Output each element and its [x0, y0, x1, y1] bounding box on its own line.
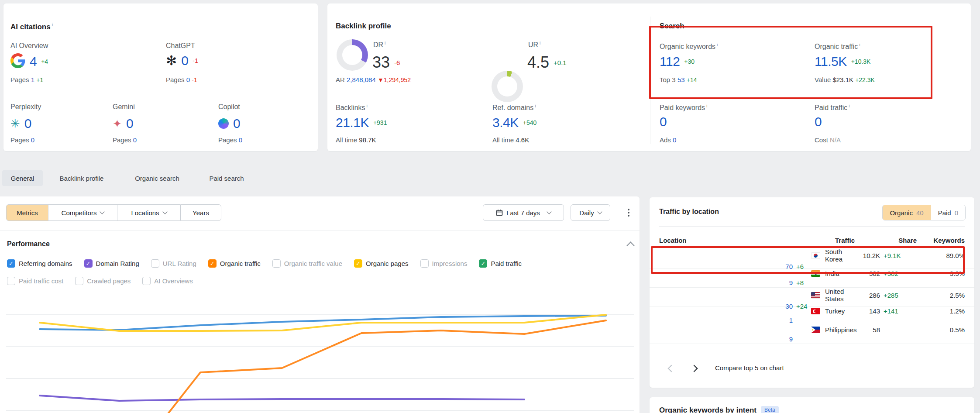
- info-icon[interactable]: i: [52, 22, 53, 27]
- organic-traffic-value: 11.5K +10.3K: [815, 54, 870, 69]
- performance-title: Performance: [7, 240, 50, 248]
- info-icon[interactable]: i: [385, 40, 385, 45]
- location-table-header: Location Traffic Share Keywords: [650, 232, 974, 248]
- paid-keywords-ads: Ads 0: [660, 136, 676, 144]
- metrics-button[interactable]: Metrics: [6, 204, 48, 221]
- info-icon[interactable]: i: [849, 103, 849, 108]
- table-row-south-korea[interactable]: South Korea 10.2K +9.1K 89.0% 70+6: [650, 248, 974, 269]
- backlink-profile-title: Backlink profile: [336, 22, 391, 31]
- info-icon[interactable]: i: [706, 103, 707, 108]
- checkbox-url-rating[interactable]: URL Rating: [151, 259, 196, 268]
- years-button[interactable]: Years: [180, 204, 221, 221]
- col-keywords: Keywords: [917, 237, 965, 244]
- gemini-value: ✦ 0: [113, 116, 133, 131]
- paid-keywords-label: Paid keywordsi: [660, 103, 708, 112]
- ur-value: 4.5 +0.1: [527, 53, 567, 72]
- organic-keywords-label: Organic keywordsi: [660, 42, 718, 51]
- ai-citations-title: AI citationsi: [10, 22, 53, 31]
- metric-checkbox-row-2: Paid traffic cost Crawled pages AI Overv…: [7, 277, 193, 285]
- metrics-button-group: Metrics Competitors Locations Years: [6, 204, 221, 221]
- tab-general[interactable]: General: [2, 170, 43, 186]
- backlinks-value: 21.1K +931: [336, 115, 387, 130]
- checkbox-organic-traffic-value[interactable]: Organic traffic value: [272, 259, 342, 268]
- copilot-icon: [218, 118, 229, 129]
- south-korea-flag-icon: [811, 252, 820, 259]
- united-states-flag-icon: [811, 292, 820, 299]
- paid-keywords-value: 0: [660, 114, 667, 129]
- paid-traffic-value: 0: [815, 114, 822, 129]
- checkbox-organic-pages[interactable]: Organic pages: [354, 259, 409, 268]
- info-icon[interactable]: i: [859, 42, 860, 47]
- chevron-down-icon: [162, 209, 167, 214]
- compare-top5-link[interactable]: Compare top 5 on chart: [715, 364, 784, 372]
- paid-traffic-cost: Cost N/A: [815, 136, 841, 144]
- checkbox-crawled-pages[interactable]: Crawled pages: [75, 277, 131, 285]
- calendar-icon: [496, 209, 503, 216]
- perplexity-label: Perplexity: [10, 103, 41, 111]
- chatgpt-value: ✻ 0 -1: [166, 53, 198, 68]
- chevron-down-icon: [547, 209, 551, 214]
- traffic-by-location-panel: Traffic by location Organic40 Paid0 Loca…: [650, 197, 974, 388]
- tab-paid-search[interactable]: Paid search: [203, 170, 251, 186]
- locations-button[interactable]: Locations: [117, 204, 180, 221]
- backlinks-label: Backlinksi: [336, 103, 368, 112]
- organic-keywords-top3: Top 3 53 +14: [660, 76, 697, 83]
- toggle-organic[interactable]: Organic40: [883, 205, 930, 220]
- col-location: Location: [659, 237, 811, 244]
- ai-overview-value: 4 +4: [10, 53, 48, 69]
- copilot-pages: Pages 0: [218, 136, 242, 144]
- keywords-by-intent-title: Organic keywords by intentBeta: [659, 406, 779, 413]
- checkbox-organic-traffic[interactable]: Organic traffic: [208, 259, 261, 268]
- organic-paid-toggle: Organic40 Paid0: [882, 205, 966, 220]
- turkey-flag-icon: [811, 308, 820, 314]
- checkbox-ai-overviews[interactable]: AI Overviews: [142, 277, 193, 285]
- prev-page-icon[interactable]: [668, 365, 675, 372]
- ai-overview-pages: Pages 1 +1: [10, 76, 43, 83]
- dr-label: DRi: [373, 40, 386, 49]
- col-share: Share: [880, 237, 917, 244]
- toggle-paid[interactable]: Paid0: [931, 205, 965, 220]
- table-row-india[interactable]: India 382 +382 3.3% 9+8: [650, 269, 974, 288]
- col-traffic: Traffic: [811, 237, 855, 244]
- keywords-by-intent-panel: Organic keywords by intentBeta: [650, 397, 974, 413]
- granularity-button[interactable]: Daily: [571, 204, 610, 221]
- checkbox-referring-domains[interactable]: Referring domains: [7, 259, 72, 268]
- checkbox-paid-traffic-cost[interactable]: Paid traffic cost: [7, 277, 63, 285]
- dr-donut: [337, 39, 368, 71]
- backlink-search-panel: Backlink profile DRi 33 -6 AR 2,848,084 …: [327, 3, 971, 151]
- info-icon[interactable]: i: [535, 103, 536, 108]
- date-range-button[interactable]: Last 7 days: [483, 204, 564, 221]
- tab-organic-search[interactable]: Organic search: [127, 170, 188, 186]
- ai-citations-panel: AI citationsi AI Overview 4 +4 Pages 1 +…: [3, 3, 318, 151]
- checkbox-paid-traffic[interactable]: Paid traffic: [479, 259, 522, 268]
- organic-keywords-value: 112 +30: [660, 54, 695, 69]
- performance-chart[interactable]: [0, 288, 640, 413]
- google-icon: [10, 53, 25, 69]
- copilot-value: 0: [218, 116, 240, 131]
- chatgpt-label: ChatGPT: [166, 42, 195, 50]
- info-icon[interactable]: i: [367, 103, 368, 108]
- gemini-icon: ✦: [113, 118, 122, 129]
- traffic-by-location-title: Traffic by location: [659, 208, 719, 216]
- ur-label: URi: [528, 40, 541, 49]
- perplexity-icon: ✳: [10, 118, 20, 129]
- checkbox-domain-rating[interactable]: Domain Rating: [84, 259, 139, 268]
- india-flag-icon: [811, 270, 820, 277]
- more-options-icon[interactable]: [625, 206, 632, 219]
- location-table-body: South Korea 10.2K +9.1K 89.0% 70+6 India…: [650, 248, 974, 344]
- info-icon[interactable]: i: [717, 42, 718, 47]
- backlinks-alltime: All time 98.7K: [336, 136, 376, 144]
- section-divider: [650, 17, 650, 144]
- next-page-icon[interactable]: [691, 365, 698, 372]
- collapse-chevron-icon[interactable]: [626, 241, 634, 249]
- ar-row: AR 2,848,084 ▼1,294,952: [336, 76, 411, 83]
- table-row-philippines[interactable]: Philippines 58 0.5% 9: [650, 325, 974, 344]
- chatgpt-pages: Pages 0 -1: [166, 76, 197, 83]
- philippines-flag-icon: [811, 327, 820, 333]
- tab-backlink-profile[interactable]: Backlink profile: [51, 170, 112, 186]
- organic-traffic-label: Organic traffici: [815, 42, 860, 51]
- table-row-united-states[interactable]: United States 286 +285 2.5% 30+24: [650, 288, 974, 306]
- info-icon[interactable]: i: [540, 40, 540, 45]
- checkbox-impressions[interactable]: Impressions: [420, 259, 468, 268]
- competitors-button[interactable]: Competitors: [48, 204, 117, 221]
